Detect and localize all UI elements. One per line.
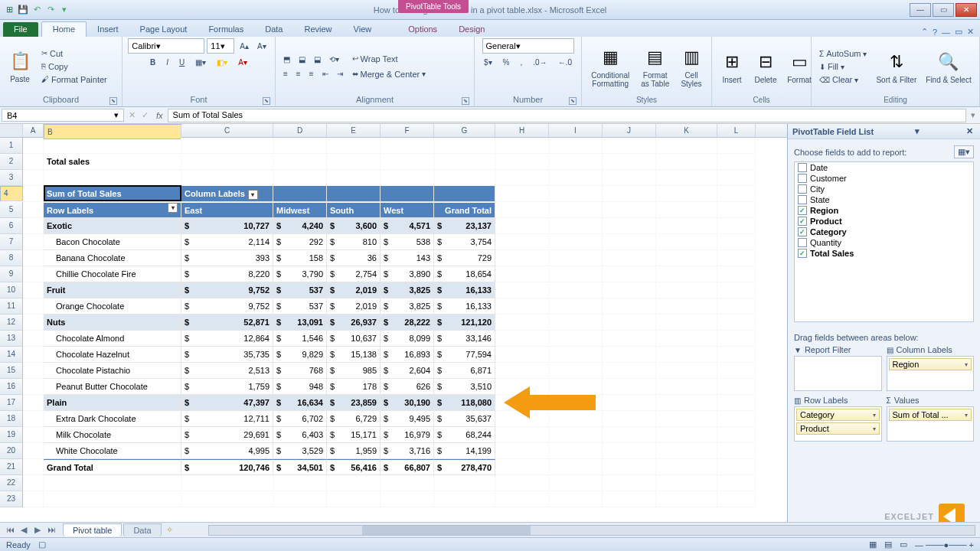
field-category[interactable]: ✓Category — [795, 227, 973, 237]
view-pagebreak-icon[interactable]: ▭ — [900, 540, 907, 549]
wrap-text-button[interactable]: ↩ Wrap Text — [349, 53, 430, 65]
field-quantity[interactable]: Quantity — [795, 237, 973, 248]
align-top-icon[interactable]: ⬒ — [280, 54, 293, 65]
col-header-j[interactable]: J — [603, 124, 656, 137]
col-header-b[interactable]: B — [44, 124, 181, 139]
formula-input[interactable]: Sum of Total Sales — [168, 109, 966, 122]
col-header-k[interactable]: K — [656, 124, 717, 137]
sheet-tab-pivot[interactable]: Pivot table — [63, 523, 122, 536]
underline-button[interactable]: U — [176, 57, 188, 68]
field-date[interactable]: Date — [795, 162, 973, 173]
cancel-formula-icon[interactable]: ✕ — [126, 110, 139, 120]
tab-nav-next-icon[interactable]: ▶ — [31, 525, 44, 535]
comma-format-icon[interactable]: , — [518, 57, 526, 68]
workbook-close-icon[interactable]: ✕ — [967, 27, 974, 37]
format-as-table-button[interactable]: ▤Format as Table — [637, 44, 673, 90]
font-dialog-icon[interactable]: ⬊ — [263, 97, 270, 105]
border-button[interactable]: ▦▾ — [192, 57, 209, 68]
qat-dropdown-icon[interactable]: ▾ — [58, 4, 70, 16]
new-sheet-icon[interactable]: ✧ — [162, 525, 178, 535]
view-layout-icon[interactable]: ▤ — [884, 540, 892, 549]
tab-nav-last-icon[interactable]: ⏭ — [44, 525, 58, 535]
cell-styles-button[interactable]: ▥Cell Styles — [676, 44, 707, 90]
tab-pivot-options[interactable]: Options — [397, 22, 448, 37]
conditional-formatting-button[interactable]: ▦Conditional Formatting — [586, 44, 634, 90]
col-header-h[interactable]: H — [495, 124, 549, 137]
copy-button[interactable]: ⎘ Copy — [38, 60, 110, 73]
tab-review[interactable]: Review — [293, 22, 342, 37]
area-item-product[interactable]: Product▾ — [796, 422, 880, 435]
close-button[interactable]: ✕ — [956, 3, 977, 17]
field-list-layout-icon[interactable]: ▦▾ — [954, 145, 974, 158]
name-box[interactable]: B4▾ — [2, 109, 124, 122]
field-product[interactable]: ✓Product — [795, 216, 973, 227]
minimize-button[interactable]: — — [910, 3, 931, 17]
increase-indent-icon[interactable]: ⇥ — [334, 68, 346, 80]
tab-insert[interactable]: Insert — [87, 22, 129, 37]
fill-button[interactable]: ⬇ Fill ▾ — [816, 60, 870, 73]
shrink-font-icon[interactable]: A▾ — [254, 38, 270, 54]
number-dialog-icon[interactable]: ⬊ — [569, 97, 577, 105]
font-size-select[interactable]: 11 ▾ — [207, 38, 234, 54]
format-painter-button[interactable]: 🖌 Format Painter — [38, 73, 110, 86]
alignment-dialog-icon[interactable]: ⬊ — [462, 97, 469, 105]
area-column-labels[interactable]: ▤ Column Labels Region▾ — [887, 345, 975, 391]
grow-font-icon[interactable]: A▴ — [237, 38, 252, 54]
tab-nav-prev-icon[interactable]: ◀ — [17, 525, 31, 535]
align-left-icon[interactable]: ≡ — [280, 68, 291, 80]
field-list-options-icon[interactable]: ▾ — [915, 126, 920, 136]
cut-button[interactable]: ✂ Cut — [38, 47, 110, 60]
tab-formulas[interactable]: Formulas — [198, 22, 254, 37]
italic-button[interactable]: I — [163, 57, 172, 68]
maximize-button[interactable]: ▭ — [933, 3, 954, 17]
accounting-format-icon[interactable]: $▾ — [481, 57, 495, 68]
align-right-icon[interactable]: ≡ — [306, 68, 317, 80]
percent-format-icon[interactable]: % — [500, 57, 513, 68]
field-region[interactable]: ✓Region — [795, 205, 973, 216]
help-icon[interactable]: ? — [933, 28, 937, 37]
field-customer[interactable]: Customer — [795, 173, 973, 184]
undo-icon[interactable]: ↶ — [31, 4, 43, 16]
field-total-sales[interactable]: ✓Total Sales — [795, 248, 973, 259]
font-name-select[interactable]: Calibri ▾ — [128, 38, 204, 54]
align-middle-icon[interactable]: ⬓ — [296, 54, 309, 65]
workbook-restore-icon[interactable]: ▭ — [955, 27, 962, 37]
area-item-category[interactable]: Category▾ — [796, 409, 880, 421]
tab-data[interactable]: Data — [254, 22, 293, 37]
bold-button[interactable]: B — [147, 57, 158, 68]
horizontal-scrollbar[interactable] — [208, 525, 975, 536]
tab-page-layout[interactable]: Page Layout — [129, 22, 198, 37]
tab-view[interactable]: View — [343, 22, 383, 37]
tab-file[interactable]: File — [3, 22, 38, 37]
area-item-sum[interactable]: Sum of Total ...▾ — [889, 409, 972, 421]
minimize-ribbon-icon[interactable]: ⌃ — [921, 27, 928, 37]
area-report-filter[interactable]: ▼ Report Filter — [794, 345, 882, 391]
sheet-tab-data[interactable]: Data — [123, 523, 161, 536]
tab-nav-first-icon[interactable]: ⏮ — [3, 525, 17, 535]
view-normal-icon[interactable]: ▦ — [869, 540, 877, 549]
col-header-d[interactable]: D — [273, 124, 327, 137]
field-list-close-icon[interactable]: ✕ — [964, 126, 975, 136]
select-all-corner[interactable] — [0, 124, 23, 137]
zoom-slider[interactable]: — ───●─── + — [915, 540, 974, 549]
orientation-icon[interactable]: ⟲▾ — [326, 54, 342, 65]
font-color-button[interactable]: A▾ — [235, 57, 250, 68]
decrease-indent-icon[interactable]: ⇤ — [319, 68, 332, 80]
paste-button[interactable]: 📋Paste — [5, 47, 35, 85]
tab-pivot-design[interactable]: Design — [448, 22, 495, 37]
col-header-l[interactable]: L — [717, 124, 756, 137]
col-header-g[interactable]: G — [434, 124, 495, 137]
workbook-minimize-icon[interactable]: — — [942, 28, 950, 37]
clear-button[interactable]: ⌫ Clear ▾ — [816, 73, 870, 86]
align-bottom-icon[interactable]: ⬓ — [311, 54, 324, 65]
field-state[interactable]: State — [795, 194, 973, 205]
fx-icon[interactable]: fx — [152, 111, 168, 120]
col-header-c[interactable]: C — [181, 124, 273, 137]
col-header-f[interactable]: F — [381, 124, 434, 137]
number-format-select[interactable]: General ▾ — [482, 38, 574, 54]
find-select-button[interactable]: 🔍Find & Select — [923, 48, 974, 86]
autosum-button[interactable]: Σ AutoSum ▾ — [816, 47, 870, 60]
clipboard-dialog-icon[interactable]: ⬊ — [109, 97, 117, 105]
expand-formula-icon[interactable]: ▾ — [966, 110, 980, 120]
fill-color-button[interactable]: ◧▾ — [214, 57, 230, 68]
